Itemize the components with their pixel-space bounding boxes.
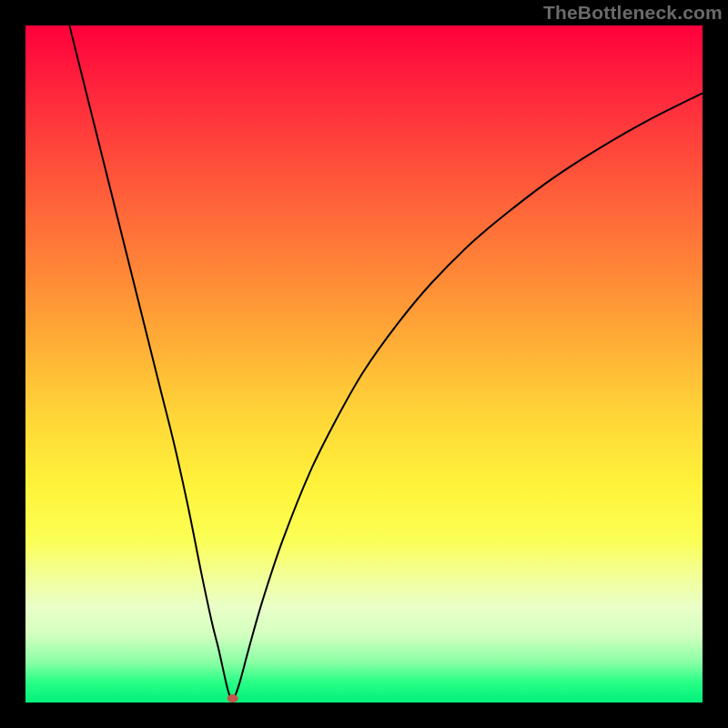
plot-area (25, 25, 703, 703)
chart-container: TheBottleneck.com (0, 0, 728, 728)
curve-path (69, 25, 703, 700)
watermark-text: TheBottleneck.com (543, 2, 723, 24)
chart-svg (25, 25, 703, 703)
minimum-marker (228, 694, 238, 703)
